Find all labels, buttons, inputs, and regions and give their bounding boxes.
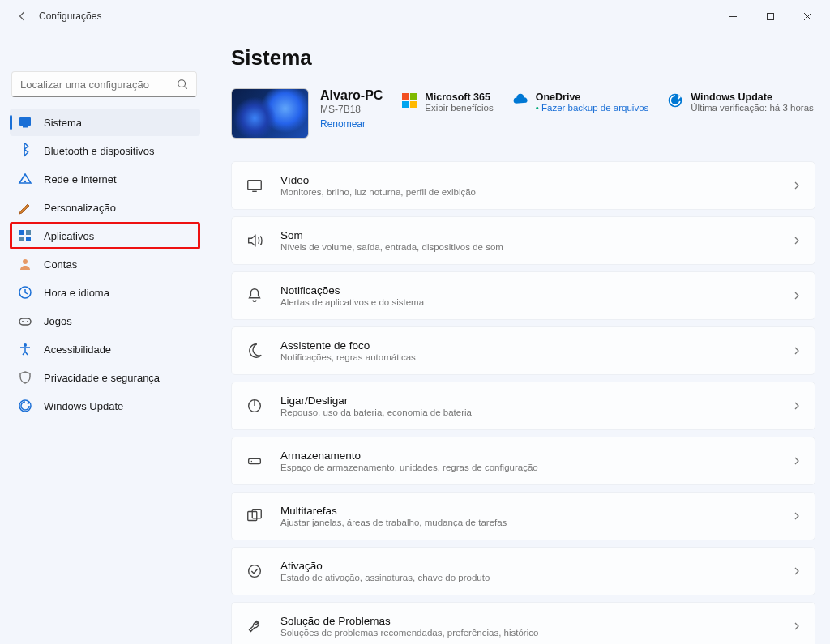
svg-rect-7 <box>19 237 24 241</box>
setting-subtitle: Ajustar janelas, áreas de trabalho, muda… <box>280 518 507 527</box>
svg-rect-6 <box>26 230 31 235</box>
setting-title: Notificações <box>280 284 424 296</box>
personalize-icon <box>18 200 32 215</box>
setting-card-storage[interactable]: ArmazenamentoEspaço de armazenamento, un… <box>231 437 815 485</box>
search-icon <box>177 79 188 90</box>
chevron-right-icon <box>792 621 802 631</box>
setting-title: Assistente de foco <box>280 339 416 352</box>
microsoft365-sub: Exibir benefícios <box>425 103 493 113</box>
sidebar: SistemaBluetooth e dispositivosRede e In… <box>0 32 207 644</box>
svg-rect-16 <box>402 93 409 100</box>
privacy-icon <box>18 370 32 385</box>
setting-card-sound[interactable]: SomNíveis de volume, saída, entrada, dis… <box>231 216 815 265</box>
window-title: Configurações <box>39 11 101 22</box>
sidebar-item-bluetooth[interactable]: Bluetooth e dispositivos <box>10 137 200 164</box>
svg-rect-17 <box>410 93 417 100</box>
onedrive-icon <box>511 92 529 109</box>
sidebar-item-label: Windows Update <box>44 400 123 412</box>
search-input[interactable] <box>11 71 197 97</box>
sidebar-item-apps[interactable]: Aplicativos <box>10 222 200 249</box>
chevron-right-icon <box>792 401 802 411</box>
setting-card-power[interactable]: Ligar/DesligarRepouso, uso da bateria, e… <box>231 382 815 430</box>
sidebar-item-network[interactable]: Rede e Internet <box>10 165 200 193</box>
activation-icon <box>243 560 266 582</box>
device-card[interactable]: Alvaro-PC MS-7B18 Renomear <box>231 88 383 139</box>
main-content: Sistema Alvaro-PC MS-7B18 Renomear <box>207 32 830 644</box>
minimize-button[interactable] <box>715 4 751 28</box>
setting-card-troubleshoot[interactable]: Solução de ProblemasSoluções de problema… <box>231 602 815 644</box>
svg-rect-23 <box>249 458 261 463</box>
chevron-right-icon <box>792 236 802 245</box>
moon-icon <box>243 339 266 362</box>
sidebar-item-label: Hora e idioma <box>44 287 109 299</box>
svg-rect-19 <box>410 101 417 108</box>
setting-title: Ativação <box>280 560 490 572</box>
setting-card-activation[interactable]: AtivaçãoEstado de ativação, assinaturas,… <box>231 547 815 595</box>
troubleshoot-icon <box>243 615 266 638</box>
multitask-icon <box>243 505 266 527</box>
rename-device-link[interactable]: Renomear <box>320 118 383 130</box>
network-icon <box>18 172 32 186</box>
svg-point-12 <box>22 321 24 322</box>
search-field[interactable] <box>20 79 177 91</box>
svg-rect-11 <box>19 318 31 325</box>
sidebar-item-system[interactable]: Sistema <box>10 109 200 136</box>
svg-rect-5 <box>19 230 24 235</box>
setting-subtitle: Níveis de volume, saída, entrada, dispos… <box>280 242 503 252</box>
onedrive-card[interactable]: OneDrive • Fazer backup de arquivos <box>511 92 649 113</box>
sidebar-item-label: Privacidade e segurança <box>44 372 160 384</box>
setting-subtitle: Repouso, uso da bateria, economia de bat… <box>280 407 472 417</box>
windows-update-card[interactable]: Windows Update Última verificação: há 3 … <box>666 92 813 113</box>
sidebar-item-accounts[interactable]: Contas <box>10 250 200 278</box>
setting-subtitle: Alertas de aplicativos e do sistema <box>280 297 424 307</box>
svg-rect-18 <box>402 101 409 108</box>
device-model: MS-7B18 <box>320 104 383 115</box>
svg-rect-8 <box>26 237 31 241</box>
sidebar-item-accessibility[interactable]: Acessibilidade <box>10 335 200 363</box>
sidebar-item-personalize[interactable]: Personalização <box>10 194 200 221</box>
chevron-right-icon <box>792 346 802 356</box>
setting-title: Ligar/Desligar <box>280 395 472 407</box>
setting-title: Armazenamento <box>280 450 538 462</box>
svg-rect-21 <box>248 181 262 190</box>
sidebar-item-label: Sistema <box>44 117 82 129</box>
sidebar-item-gaming[interactable]: Jogos <box>10 307 200 335</box>
back-button[interactable] <box>10 3 36 29</box>
time-icon <box>18 285 32 300</box>
sidebar-item-label: Contas <box>44 258 77 271</box>
svg-point-4 <box>24 181 26 182</box>
close-button[interactable] <box>789 4 825 28</box>
microsoft365-title: Microsoft 365 <box>425 92 493 103</box>
gaming-icon <box>18 313 32 328</box>
sidebar-item-privacy[interactable]: Privacidade e segurança <box>10 364 200 391</box>
sidebar-item-time[interactable]: Hora e idioma <box>10 279 200 306</box>
setting-card-display[interactable]: VídeoMonitores, brilho, luz noturna, per… <box>231 161 815 210</box>
svg-point-27 <box>249 565 261 578</box>
chevron-right-icon <box>792 181 802 190</box>
sidebar-item-update[interactable]: Windows Update <box>10 392 200 420</box>
svg-rect-2 <box>19 117 31 126</box>
svg-point-13 <box>27 321 28 322</box>
bell-icon <box>243 284 266 307</box>
device-name: Alvaro-PC <box>320 88 383 103</box>
svg-point-14 <box>24 343 27 347</box>
sidebar-item-label: Bluetooth e dispositivos <box>44 145 155 157</box>
chevron-right-icon <box>792 456 802 466</box>
update-icon <box>18 399 32 413</box>
setting-card-multitask[interactable]: MultitarefasAjustar janelas, áreas de tr… <box>231 492 815 540</box>
setting-card-bell[interactable]: NotificaçõesAlertas de aplicativos e do … <box>231 271 815 320</box>
titlebar: Configurações <box>0 0 830 32</box>
chevron-right-icon <box>792 566 802 576</box>
svg-point-9 <box>23 259 28 264</box>
svg-rect-0 <box>767 13 773 19</box>
microsoft365-card[interactable]: Microsoft 365 Exibir benefícios <box>400 92 493 113</box>
setting-subtitle: Espaço de armazenamento, unidades, regra… <box>280 463 538 472</box>
setting-card-moon[interactable]: Assistente de focoNotificações, regras a… <box>231 326 815 375</box>
sidebar-item-label: Jogos <box>44 315 72 327</box>
svg-point-24 <box>251 461 252 462</box>
windows-update-title: Windows Update <box>691 92 813 103</box>
onedrive-sub[interactable]: • Fazer backup de arquivos <box>536 103 649 113</box>
system-icon <box>18 115 32 130</box>
maximize-button[interactable] <box>752 4 788 28</box>
sidebar-item-label: Acessibilidade <box>44 343 111 356</box>
